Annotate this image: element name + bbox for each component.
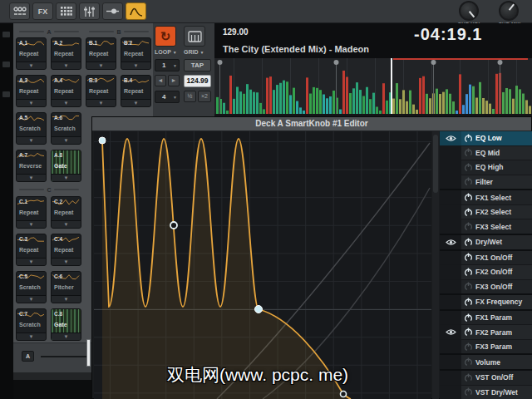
deck-a-button[interactable]: A — [22, 351, 34, 362]
param-visibility-cell[interactable] — [440, 371, 461, 385]
crossfader-view-button[interactable] — [102, 2, 123, 20]
param-power-toggle[interactable] — [461, 205, 475, 219]
pad-b3[interactable]: B.3Repeat▼ — [86, 75, 116, 107]
loop-move-left-button[interactable]: ◄ — [155, 75, 166, 86]
param-power-toggle[interactable] — [461, 265, 475, 279]
pad-a5[interactable]: A.5Scratch▼ — [16, 112, 47, 145]
pad-expand-arrow[interactable]: ▼ — [52, 174, 81, 181]
param-visibility-cell[interactable] — [440, 340, 461, 354]
param-row-fx3-on-off[interactable]: FX3 On/Off — [440, 279, 532, 294]
param-power-toggle[interactable] — [461, 295, 475, 309]
param-power-toggle[interactable] — [461, 251, 475, 265]
smartknob-editor-view-button[interactable] — [126, 2, 146, 20]
mixer-view-button[interactable] — [9, 2, 30, 20]
param-row-fx3-param[interactable]: FX3 Param — [440, 339, 532, 354]
pad-expand-arrow[interactable]: ▼ — [17, 62, 46, 69]
loop-button[interactable]: ↻ — [155, 26, 176, 47]
param-power-toggle[interactable] — [461, 386, 475, 399]
pad-expand-arrow[interactable]: ▼ — [52, 136, 81, 144]
param-visibility-cell[interactable] — [440, 175, 461, 190]
volume-fader-track[interactable] — [41, 356, 89, 357]
pad-expand-arrow[interactable]: ▼ — [17, 295, 46, 303]
param-visibility-cell[interactable] — [440, 146, 461, 160]
pad-expand-arrow[interactable]: ▼ — [52, 332, 81, 340]
param-power-toggle[interactable] — [461, 355, 475, 369]
param-row-fx1-select[interactable]: FX1 Select — [440, 189, 532, 204]
param-row-volume[interactable]: Volume — [440, 353, 532, 369]
pad-c4[interactable]: C.4Repeat▼ — [51, 234, 81, 266]
param-visibility-cell[interactable] — [440, 295, 461, 309]
param-row-fx2-param[interactable]: FX2 Param — [440, 324, 532, 339]
pad-c2[interactable]: C.2Repeat▼ — [51, 196, 81, 229]
param-visibility-cell[interactable] — [440, 160, 461, 175]
volume-fader-handle[interactable] — [86, 339, 91, 367]
pad-a6[interactable]: A.6Scratch▼ — [51, 112, 81, 145]
pad-b2[interactable]: B.2Repeat▼ — [121, 37, 151, 70]
bpm-double-button[interactable]: ×2 — [198, 91, 211, 102]
param-row-eq-mid[interactable]: EQ Mid — [440, 145, 532, 160]
param-row-fx3-select[interactable]: FX3 Select — [440, 219, 532, 234]
curve-point-start[interactable] — [99, 137, 106, 144]
param-visibility-cell[interactable] — [440, 219, 461, 234]
param-power-toggle[interactable] — [461, 219, 475, 234]
pad-expand-arrow[interactable]: ▼ — [17, 332, 46, 340]
param-power-toggle[interactable] — [461, 175, 475, 190]
param-row-fx2-select[interactable]: FX2 Select — [440, 204, 532, 219]
param-row-fx1-on-off[interactable]: FX1 On/Off — [440, 249, 532, 265]
param-visibility-cell[interactable] — [440, 355, 461, 369]
pad-expand-arrow[interactable]: ▼ — [17, 220, 46, 228]
pad-expand-arrow[interactable]: ▼ — [121, 62, 150, 69]
param-power-toggle[interactable] — [461, 325, 475, 339]
param-row-vst-dry-wet[interactable]: VST Dry/Wet — [440, 385, 532, 399]
param-power-toggle[interactable] — [461, 131, 475, 145]
pad-a8[interactable]: A.8Gate▼ — [51, 150, 81, 182]
pad-expand-arrow[interactable]: ▼ — [17, 258, 46, 265]
loop-move-select[interactable]: 4▼ — [155, 91, 180, 103]
param-power-toggle[interactable] — [461, 235, 475, 249]
loop-size-select[interactable]: 1▼ — [155, 59, 180, 71]
dialog-title-bar[interactable]: Deck A SmartKnob #1 Editor — [92, 117, 531, 131]
cue-mix-knob[interactable]: CUE MIX — [499, 1, 520, 22]
param-visibility-cell[interactable] — [440, 205, 461, 219]
param-power-toggle[interactable] — [461, 280, 475, 294]
param-power-toggle[interactable] — [461, 311, 475, 325]
pad-expand-arrow[interactable]: ▼ — [121, 99, 150, 106]
param-row-dry-wet[interactable]: Dry/Wet — [440, 234, 532, 249]
pad-a2[interactable]: A.2Repeat▼ — [51, 37, 81, 70]
pad-expand-arrow[interactable]: ▼ — [52, 99, 81, 106]
pad-a7[interactable]: A.7Reverse▼ — [16, 150, 47, 182]
pad-expand-arrow[interactable]: ▼ — [52, 62, 81, 69]
param-visibility-cell[interactable] — [440, 386, 461, 399]
cue-vol-knob[interactable]: CUE VOL — [459, 1, 480, 22]
pad-c8[interactable]: C.8Gate▼ — [51, 308, 81, 341]
pad-expand-arrow[interactable]: ▼ — [17, 174, 46, 181]
pad-expand-arrow[interactable]: ▼ — [17, 136, 46, 144]
fx-view-button[interactable]: FX — [32, 2, 53, 20]
grid-button[interactable] — [184, 26, 205, 47]
param-row-filter[interactable]: Filter — [440, 175, 532, 190]
param-row-fx2-on-off[interactable]: FX2 On/Off — [440, 264, 532, 279]
param-row-fx-frequency[interactable]: FX Frequency — [440, 293, 532, 309]
pad-expand-arrow[interactable]: ▼ — [52, 258, 81, 265]
param-visibility-cell[interactable] — [440, 280, 461, 294]
param-visibility-cell[interactable] — [440, 311, 461, 325]
pad-c6[interactable]: C.6Pitcher▼ — [51, 271, 81, 303]
param-visibility-cell[interactable] — [440, 325, 461, 339]
param-visibility-cell[interactable] — [440, 190, 461, 204]
param-power-toggle[interactable] — [461, 160, 475, 175]
pad-expand-arrow[interactable]: ▼ — [52, 220, 81, 228]
scrollbar-thumb[interactable] — [433, 135, 438, 193]
pad-b1[interactable]: B.1Repeat▼ — [86, 37, 116, 70]
param-visibility-cell[interactable] — [440, 265, 461, 279]
param-power-toggle[interactable] — [461, 190, 475, 204]
pad-b4[interactable]: B.4Repeat▼ — [121, 75, 151, 107]
curve-point-mid[interactable] — [170, 222, 177, 229]
pad-c1[interactable]: C.1Repeat▼ — [16, 196, 47, 229]
param-row-fx1-param[interactable]: FX1 Param — [440, 309, 532, 325]
pad-a3[interactable]: A.3Repeat▼ — [16, 75, 47, 107]
pad-c3[interactable]: C.3Repeat▼ — [16, 234, 47, 266]
pad-expand-arrow[interactable]: ▼ — [52, 295, 81, 303]
curve-point-end[interactable] — [341, 392, 347, 397]
pad-c7[interactable]: C.7Scratch▼ — [16, 308, 47, 341]
bpm-half-button[interactable]: ½ — [184, 91, 196, 102]
